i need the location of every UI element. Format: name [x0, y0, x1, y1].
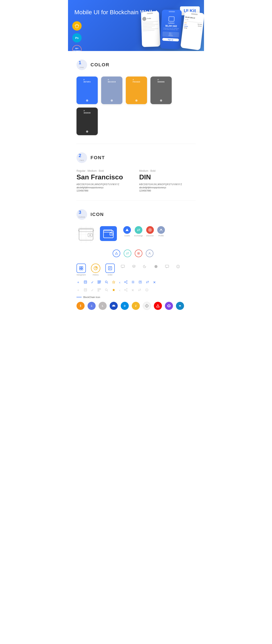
svg-rect-51 [100, 281, 100, 282]
svg-point-42 [178, 266, 178, 266]
utility-icons-row-1: ＋ ✓ ‹ ✕ [76, 280, 196, 284]
iota-icon [143, 302, 151, 310]
wallet-wireframe-icon [76, 226, 96, 243]
svg-rect-29 [82, 268, 83, 270]
crypto-coins-row: ₿ Ξ Ł D Z [76, 302, 196, 310]
star-icon [112, 280, 116, 284]
plus-icon-gray: ＋ [76, 288, 80, 292]
qr-icon-gray [98, 288, 101, 292]
icon-section-header: 3 THREE ICON [76, 209, 196, 220]
litecoin-icon: Ł [98, 302, 107, 310]
search-icon [105, 280, 108, 284]
hero-badges: Ps 60+Screens [72, 21, 82, 51]
color-section-number: 1 ONE [76, 60, 87, 70]
zcash-icon: Z [132, 302, 140, 310]
order-icon-item: Order [106, 264, 115, 276]
color-swatches: #3574FA #8DA0C8 #F5A623 #666666 #303030 [76, 76, 196, 135]
management-icon [76, 264, 86, 273]
font-grid: Regular · Medium · Bold San Francisco AB… [76, 170, 196, 192]
cancel-icon-gray: ✕ [131, 288, 134, 292]
history-icon: ● [91, 264, 100, 273]
svg-rect-15 [104, 230, 112, 232]
bitcoin-icon: ₿ [76, 302, 84, 310]
svg-point-17 [111, 234, 112, 234]
svg-line-62 [125, 281, 126, 282]
font-section: 2 TWO FONT Regular · Medium · Bold San F… [68, 144, 204, 200]
back-icon: ‹ [119, 280, 120, 284]
svg-rect-43 [84, 281, 87, 283]
swap-icon [146, 280, 149, 284]
message-icon [164, 264, 170, 270]
wallet-icons-row: Assets Exchange Discover Profile [76, 226, 196, 243]
svg-rect-28 [80, 268, 81, 270]
wallet-blue-icon [100, 226, 117, 241]
ethereum-icon: Ξ [88, 302, 96, 310]
svg-rect-75 [100, 289, 100, 289]
discover-outline-icon [135, 250, 142, 257]
management-icon-item: Mangment [76, 264, 86, 276]
chat-icon [120, 264, 126, 270]
matic-icon [165, 302, 173, 310]
color-swatch-dark: #303030 [76, 108, 98, 135]
svg-marker-78 [112, 289, 115, 291]
share-icon [124, 280, 128, 284]
info-icon-gray [145, 288, 148, 292]
font-section-header: 2 TWO FONT [76, 152, 196, 163]
dash-icon: D [121, 302, 129, 310]
assets-icon-item: Assets [123, 226, 131, 237]
discover-icon-item: Discover [146, 226, 154, 237]
color-section-header: 1 ONE COLOR [76, 60, 196, 70]
svg-rect-26 [80, 266, 81, 268]
font-din: Medium · Bold DIN ABCDEFGHIJKLMNOPQRSTUV… [139, 170, 196, 192]
nav-icons-group: Assets Exchange Discover Profile [123, 226, 165, 237]
share-icon-gray [124, 288, 128, 292]
utility-icons-row-2: ＋ ✓ ‹ ✕ [76, 288, 196, 292]
search-icon-gray [105, 288, 108, 292]
app-icons-row: Mangment ● History Order [76, 264, 196, 276]
svg-point-20 [150, 229, 151, 230]
icon-section-number: 3 THREE [76, 209, 87, 220]
svg-point-38 [154, 265, 158, 268]
svg-line-63 [125, 282, 126, 283]
svg-rect-67 [84, 289, 87, 291]
screens-badge: 60+Screens [72, 45, 82, 51]
ps-badge: Ps [72, 33, 82, 42]
waves-icon [110, 302, 118, 310]
svg-marker-0 [75, 24, 79, 28]
svg-point-80 [124, 290, 125, 290]
color-swatch-medium-gray: #666666 [150, 76, 172, 104]
svg-line-83 [125, 290, 126, 291]
hero-section: Mobile UI for Blockchain Wallet UI Kit P… [68, 0, 204, 51]
color-swatch-blue: #3574FA [76, 76, 98, 104]
upload-icon [138, 280, 142, 284]
close-icon: ✕ [153, 280, 156, 284]
edit-icon-gray [84, 288, 87, 292]
plus-icon: ＋ [76, 280, 80, 284]
profile-icon [157, 226, 165, 234]
svg-point-25 [149, 252, 150, 253]
info-icon [175, 264, 181, 270]
circle-icon [153, 264, 159, 270]
svg-point-64 [132, 282, 134, 282]
history-icon-item: ● History [91, 264, 100, 276]
edit-icon [84, 280, 87, 284]
exchange-icon-item: Exchange [134, 226, 143, 237]
stratis-icon [176, 302, 184, 310]
assets-icon [123, 226, 131, 234]
color-section: 1 ONE COLOR #3574FA #8DA0C8 #F5A623 #666… [68, 51, 204, 144]
swap-icon-gray [138, 288, 141, 292]
nav-icons-outline-group [112, 250, 196, 257]
blockchain-label: BlockChain Icon [76, 296, 196, 298]
svg-point-86 [147, 289, 147, 290]
blockchain-line-decoration [76, 297, 82, 297]
svg-rect-27 [82, 266, 83, 268]
svg-point-81 [126, 290, 127, 292]
svg-point-24 [138, 253, 139, 254]
svg-rect-39 [165, 265, 169, 268]
svg-line-77 [107, 290, 108, 291]
svg-rect-37 [121, 265, 124, 268]
profile-outline-icon [146, 250, 154, 257]
check-icon-gray: ✓ [91, 288, 94, 292]
phone-mockups: Profile myWallet $6,297,502 [140, 9, 203, 51]
discover-icon [146, 226, 154, 234]
